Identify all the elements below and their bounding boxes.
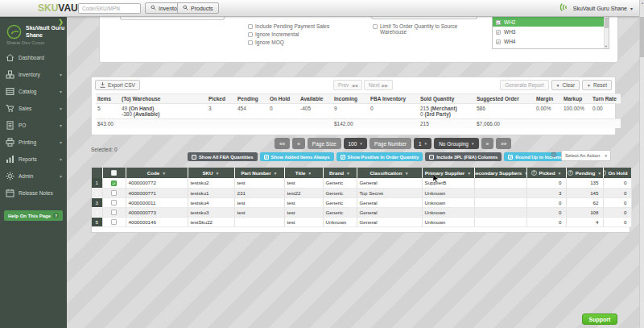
column-header-picked[interactable]: ?Picked▼ — [526, 168, 566, 178]
row-checkbox[interactable] — [111, 210, 117, 215]
filter-funnel-icon[interactable]: ▼ — [558, 171, 562, 176]
filter-funnel-icon[interactable]: ▼ — [162, 171, 166, 176]
toggle-show-added-items-always[interactable]: ✓Show Added Items Always — [260, 152, 334, 161]
filter-funnel-icon[interactable]: ▼ — [216, 171, 220, 176]
column-header-pending[interactable]: ?Pending▼ — [566, 168, 603, 178]
select-action-dropdown[interactable]: Select An Action ▾ — [561, 150, 611, 161]
column-header-sku[interactable]: SKU▼ — [188, 168, 234, 178]
checkbox-icon[interactable] — [248, 32, 253, 37]
sidebar-item-admin[interactable]: Admin▾ — [0, 168, 67, 185]
export-csv-button[interactable]: Export CSV — [95, 80, 140, 90]
column-header-brand[interactable]: Brand▼ — [323, 168, 357, 178]
filter-funnel-icon[interactable]: ▼ — [597, 171, 601, 176]
column-header-code[interactable]: Code▼ — [126, 168, 188, 178]
user-account-menu[interactable]: SkuVault Guru Shane ▾ — [559, 2, 633, 15]
checkbox-checked-icon[interactable]: ✓ — [496, 39, 501, 44]
toggle-label: Include 3PL (FBA) Columns — [436, 155, 497, 160]
scrollbar-thumb[interactable] — [640, 17, 644, 57]
select-all-header[interactable] — [102, 168, 126, 178]
table-row[interactable]: 1✓4000000772testsku2testtestGenericGener… — [92, 178, 631, 188]
sidebar-item-release-notes[interactable]: Release Notes — [0, 185, 67, 201]
column-header-on-hold[interactable]: ?On Hold▼ — [603, 168, 631, 178]
filter-funnel-icon[interactable]: ▼ — [467, 171, 471, 176]
checkbox-icon[interactable] — [248, 40, 253, 45]
row-checkbox[interactable] — [111, 200, 117, 206]
include-pending-payment-sales-checkbox[interactable]: Include Pending Payment Sales — [248, 23, 329, 31]
filter-funnel-icon[interactable]: ▼ — [308, 171, 312, 176]
table-row[interactable]: 54000000146testSku22testUnknownGeneralUn… — [92, 217, 631, 226]
filter-funnel-icon[interactable]: ▼ — [274, 171, 278, 176]
help-on-this-page-button[interactable]: Help On This Page ? — [4, 210, 63, 221]
first-page-button[interactable]: «« — [275, 138, 290, 149]
help-icon[interactable]: ? — [531, 170, 537, 176]
row-select-cell[interactable] — [102, 188, 126, 197]
column-header-title[interactable]: Title▼ — [284, 168, 323, 178]
clear-filters-button[interactable]: ▼ Clear — [551, 80, 580, 90]
warehouse-listbox[interactable]: ✓WH2✓WH3✓WH4 ▼ — [492, 17, 609, 49]
toggle-include-3pl-fba-columns[interactable]: Include 3PL (FBA) Columns — [425, 152, 502, 161]
column-header-part-number[interactable]: Part Number▼ — [234, 168, 284, 178]
ignore-incremental-checkbox[interactable]: Ignore Incremental — [248, 31, 329, 39]
filter-funnel-icon[interactable]: ▼ — [630, 171, 631, 176]
checkbox-icon[interactable] — [373, 24, 378, 29]
scroll-down-arrow-icon[interactable]: ▼ — [604, 44, 609, 48]
row-select-cell[interactable]: ✓ — [102, 178, 126, 188]
catalog-icon — [6, 87, 14, 96]
row-select-cell[interactable] — [102, 217, 126, 226]
previous-page-button[interactable]: « — [292, 138, 305, 149]
reset-filters-button[interactable]: ▼ Reset — [582, 80, 612, 90]
limit-to-order-quantity-checkbox[interactable]: Limit To Order Quantity to Source Wareho… — [373, 23, 468, 35]
warehouse-list-scrollbar[interactable]: ▼ — [604, 17, 609, 49]
table-row[interactable]: 44000000773testsku3testtestGenericGenera… — [92, 207, 631, 217]
column-header-primary-supplier[interactable]: Primary Supplier▼ — [422, 168, 474, 178]
sidebar-item-dashboard[interactable]: Dashboard — [0, 49, 67, 66]
summary-paging: Prev ◀◀ Next ▶▶ — [333, 80, 393, 90]
chevron-down-icon: ▾ — [60, 106, 62, 111]
page-size-select[interactable]: 100 ▾ — [344, 138, 367, 149]
row-checkbox[interactable]: ✓ — [111, 181, 117, 186]
next-page-button[interactable]: » — [481, 138, 494, 149]
sidebar-user-block[interactable]: ❯ SkuVault Guru Shane Shane Dev Corps — [0, 17, 67, 49]
row-select-cell[interactable] — [102, 197, 126, 207]
row-checkbox[interactable] — [111, 190, 117, 196]
sidebar-item-inventory[interactable]: Inventory▾ — [0, 66, 67, 83]
support-button[interactable]: Support — [582, 313, 617, 325]
search-input[interactable] — [78, 3, 141, 14]
sidebar-item-printing[interactable]: Printing▾ — [0, 134, 67, 151]
checkbox-icon[interactable] — [248, 24, 253, 29]
table-row[interactable]: 24000000771testsku1231test22GenericTop S… — [92, 188, 631, 197]
row-checkbox[interactable] — [111, 219, 117, 225]
sidebar-item-reports[interactable]: Reports▾ — [0, 151, 67, 168]
warehouse-option-wh2[interactable]: ✓WH2 — [493, 17, 609, 27]
sidebar-item-sales[interactable]: Sales▾ — [0, 100, 67, 117]
toggle-show-all-fba-quantities[interactable]: Show All FBA Quantities — [188, 152, 258, 161]
warehouse-option-wh4[interactable]: ✓WH4 — [493, 36, 609, 46]
last-page-button[interactable]: »» — [496, 138, 511, 149]
sidebar-item-po[interactable]: PO▾ — [0, 117, 67, 134]
scrollbar-thumb[interactable] — [605, 18, 609, 28]
warehouse-option-wh3[interactable]: ✓WH3 — [493, 27, 609, 36]
help-icon[interactable]: ? — [603, 170, 606, 176]
products-search-button[interactable]: Products — [177, 2, 219, 14]
toggle-show-positive-in-order-quantity[interactable]: ✓Show Positive In Order Quantity — [336, 152, 423, 161]
column-header-secondary-suppliers[interactable]: Secondary Suppliers▼ — [474, 168, 526, 178]
page-number-select[interactable]: 1 ▾ — [414, 138, 431, 149]
next-page-button[interactable]: Next ▶▶ — [364, 80, 393, 90]
scroll-up-arrow-icon[interactable]: ▲ — [640, 1, 644, 5]
filter-funnel-icon[interactable]: ▼ — [346, 171, 350, 176]
ignore-moq-checkbox[interactable]: Ignore MOQ — [248, 39, 329, 48]
prev-page-button[interactable]: Prev ◀◀ — [333, 80, 362, 90]
window-scrollbar[interactable]: ▲ — [639, 0, 644, 328]
table-row[interactable]: 34000000011testsku4testtestGenericGenera… — [92, 197, 631, 207]
sidebar-item-catalog[interactable]: Catalog▾ — [0, 83, 67, 100]
filter-funnel-icon[interactable]: ▼ — [405, 171, 409, 176]
select-all-checkbox[interactable] — [111, 170, 117, 176]
column-header-classification[interactable]: Classification▼ — [357, 168, 422, 178]
grouping-select[interactable]: No Grouping ▾ — [434, 138, 478, 149]
generate-report-button[interactable]: Generate Report — [500, 80, 548, 90]
grid-settings-gear-icon[interactable]: ⚙ — [551, 151, 557, 159]
checkbox-checked-icon[interactable]: ✓ — [496, 30, 501, 35]
help-icon[interactable]: ? — [568, 170, 573, 176]
checkbox-checked-icon[interactable]: ✓ — [496, 20, 501, 25]
row-select-cell[interactable] — [102, 207, 126, 217]
